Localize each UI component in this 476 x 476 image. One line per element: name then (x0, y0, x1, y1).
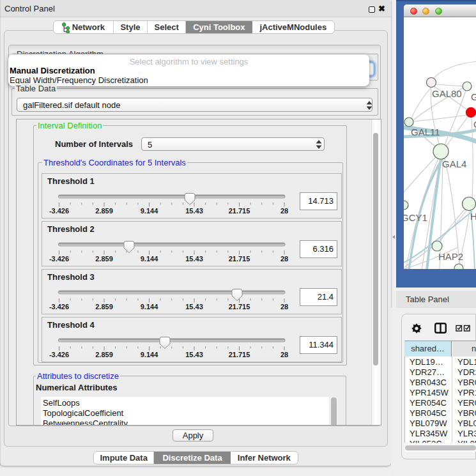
svg-text:21.715: 21.715 (229, 207, 250, 215)
svg-text:GAL4: GAL4 (471, 91, 476, 102)
svg-text:H: H (470, 211, 476, 222)
svg-text:28: 28 (280, 255, 288, 263)
svg-text:-3.426: -3.426 (49, 255, 69, 263)
svg-text:-3.426: -3.426 (49, 303, 69, 311)
svg-text:28: 28 (280, 303, 288, 311)
svg-text:15.43: 15.43 (185, 303, 203, 311)
svg-text:9.144: 9.144 (141, 207, 158, 215)
svg-text:21.715: 21.715 (229, 351, 250, 358)
svg-text:28: 28 (280, 351, 288, 358)
svg-text:21.715: 21.715 (229, 303, 250, 311)
svg-text:2.859: 2.859 (95, 207, 113, 215)
svg-text:G: G (473, 119, 476, 130)
svg-text:GAL11: GAL11 (411, 127, 440, 137)
svg-text:GCY1: GCY1 (404, 212, 427, 223)
svg-text:2.859: 2.859 (95, 303, 113, 311)
svg-text:HAP2: HAP2 (438, 251, 463, 262)
svg-text:GAL4: GAL4 (442, 158, 466, 169)
svg-text:21.715: 21.715 (229, 255, 250, 263)
svg-text:9.144: 9.144 (141, 255, 158, 263)
svg-text:28: 28 (280, 207, 288, 215)
svg-text:9.144: 9.144 (141, 351, 158, 358)
svg-text:2.859: 2.859 (95, 255, 113, 263)
svg-text:GAL80: GAL80 (432, 88, 462, 99)
svg-text:15.43: 15.43 (185, 351, 203, 358)
svg-text:9.144: 9.144 (141, 303, 158, 311)
svg-text:-3.426: -3.426 (49, 207, 69, 215)
svg-text:-3.426: -3.426 (49, 351, 69, 358)
svg-text:2.859: 2.859 (95, 351, 113, 358)
svg-text:15.43: 15.43 (185, 207, 203, 215)
svg-text:15.43: 15.43 (185, 255, 203, 263)
